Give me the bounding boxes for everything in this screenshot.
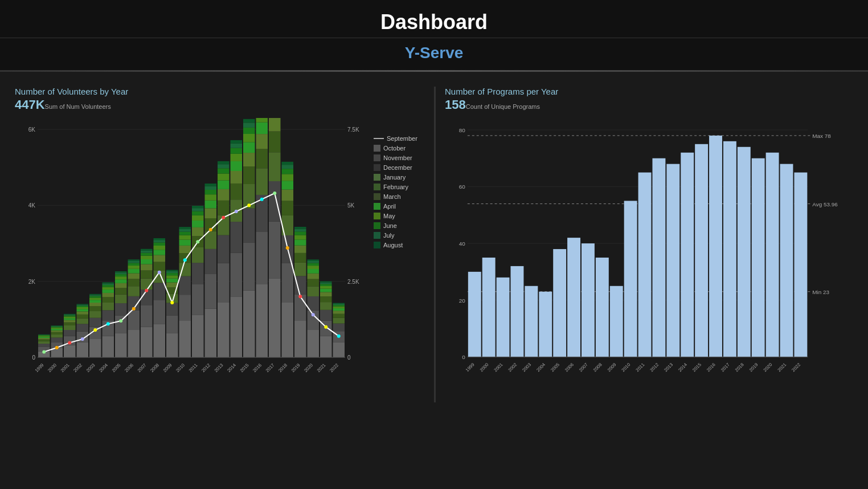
- svg-rect-278: [320, 310, 332, 321]
- svg-text:2020: 2020: [763, 362, 773, 373]
- svg-rect-102: [128, 269, 140, 274]
- svg-rect-72: [103, 336, 114, 357]
- svg-rect-271: [308, 266, 320, 269]
- charts-container: Number of Volunteers by Year 447KSum of …: [0, 72, 868, 414]
- svg-rect-249: [282, 165, 294, 169]
- svg-rect-261: [294, 229, 306, 232]
- svg-rect-130: [154, 238, 166, 240]
- svg-text:2022: 2022: [791, 362, 801, 373]
- svg-rect-109: [141, 305, 153, 327]
- svg-rect-64: [89, 306, 101, 311]
- legend-label: September: [387, 135, 417, 142]
- svg-rect-90: [115, 279, 127, 283]
- svg-rect-189: [218, 164, 230, 168]
- svg-rect-60: [89, 339, 101, 357]
- legend-item: August: [374, 242, 425, 248]
- svg-rect-349: [525, 286, 538, 357]
- svg-rect-19: [38, 336, 50, 337]
- svg-rect-58: [77, 304, 89, 304]
- svg-rect-193: [231, 253, 243, 297]
- svg-rect-85: [115, 315, 127, 333]
- svg-rect-34: [51, 325, 63, 326]
- svg-rect-45: [64, 315, 76, 316]
- svg-rect-230: [269, 181, 281, 222]
- svg-rect-241: [282, 263, 294, 303]
- svg-rect-75: [103, 303, 114, 310]
- svg-rect-387: [794, 173, 807, 357]
- svg-rect-291: [333, 318, 345, 324]
- svg-rect-121: [154, 300, 166, 324]
- legend-item: December: [374, 164, 425, 171]
- svg-text:2013: 2013: [663, 362, 674, 373]
- svg-rect-260: [294, 231, 306, 235]
- svg-rect-217: [256, 232, 268, 284]
- svg-rect-21: [38, 335, 50, 335]
- svg-rect-369: [666, 164, 679, 357]
- svg-rect-282: [320, 289, 332, 292]
- svg-point-310: [170, 301, 174, 304]
- svg-rect-41: [64, 320, 76, 322]
- legend-item: May: [374, 213, 425, 219]
- svg-rect-298: [333, 303, 345, 304]
- svg-rect-357: [582, 243, 595, 357]
- svg-rect-184: [218, 201, 230, 215]
- svg-rect-31: [51, 328, 63, 329]
- svg-rect-157: [192, 284, 204, 315]
- svg-rect-163: [192, 215, 204, 221]
- svg-rect-101: [128, 274, 140, 279]
- svg-rect-267: [308, 286, 320, 296]
- svg-text:2002: 2002: [507, 362, 518, 373]
- svg-rect-105: [128, 261, 140, 263]
- svg-rect-204: [243, 291, 255, 357]
- svg-rect-341: [468, 272, 481, 357]
- svg-rect-120: [154, 324, 166, 357]
- svg-rect-134: [166, 303, 178, 316]
- svg-rect-29: [51, 331, 63, 332]
- svg-rect-74: [103, 310, 114, 321]
- left-chart-legend: SeptemberOctoberNovemberDecemberJanuaryF…: [368, 118, 425, 392]
- legend-label: November: [383, 154, 412, 161]
- svg-text:1999: 1999: [34, 362, 45, 373]
- svg-rect-104: [128, 263, 140, 266]
- svg-rect-140: [166, 273, 178, 275]
- svg-rect-351: [539, 292, 552, 357]
- svg-text:2018: 2018: [277, 362, 288, 373]
- svg-rect-62: [89, 318, 101, 327]
- svg-rect-30: [51, 329, 63, 331]
- svg-point-312: [196, 240, 199, 243]
- svg-rect-259: [294, 235, 306, 239]
- page-title: Dashboard: [0, 10, 868, 34]
- svg-rect-28: [51, 332, 63, 335]
- svg-rect-385: [780, 164, 793, 357]
- svg-rect-50: [77, 324, 89, 331]
- svg-text:2007: 2007: [578, 362, 589, 373]
- svg-rect-196: [231, 184, 243, 199]
- svg-rect-221: [256, 134, 268, 149]
- svg-rect-192: [231, 296, 243, 357]
- svg-rect-361: [610, 286, 623, 357]
- svg-rect-48: [77, 342, 89, 357]
- svg-text:Max 78: Max 78: [812, 133, 831, 139]
- svg-rect-365: [638, 173, 652, 357]
- svg-rect-42: [64, 318, 76, 320]
- svg-rect-53: [77, 311, 89, 314]
- svg-rect-15: [38, 341, 50, 344]
- svg-rect-168: [205, 309, 217, 357]
- svg-rect-381: [752, 158, 765, 357]
- svg-text:60: 60: [459, 184, 466, 190]
- svg-text:2017: 2017: [265, 362, 276, 373]
- svg-rect-355: [567, 238, 580, 357]
- svg-rect-14: [38, 344, 50, 347]
- svg-rect-66: [89, 300, 101, 303]
- svg-rect-220: [256, 149, 268, 168]
- legend-label: May: [383, 213, 395, 219]
- svg-rect-67: [89, 298, 101, 300]
- svg-rect-206: [243, 209, 255, 243]
- left-chart-label: Sum of Num Volunteers: [45, 103, 111, 110]
- svg-rect-153: [179, 229, 191, 232]
- svg-rect-141: [166, 271, 178, 273]
- svg-rect-254: [294, 276, 306, 295]
- svg-rect-91: [115, 276, 127, 279]
- svg-rect-70: [89, 294, 101, 295]
- svg-rect-82: [103, 282, 114, 283]
